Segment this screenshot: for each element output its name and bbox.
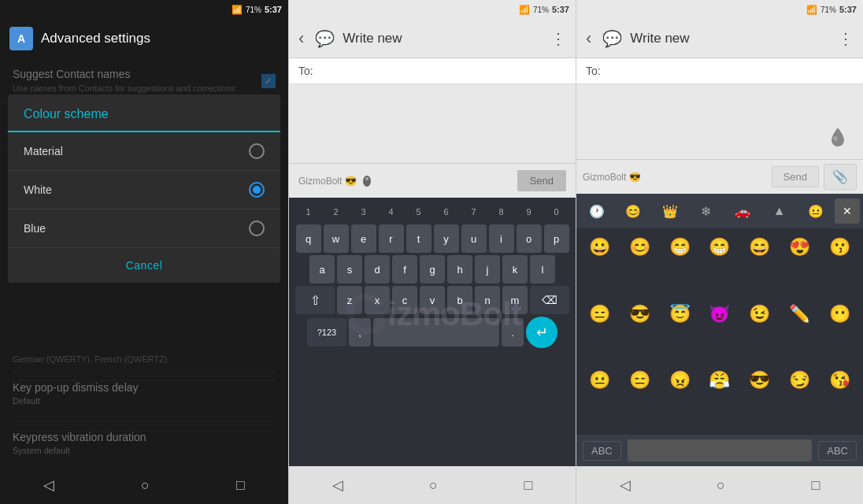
key-p[interactable]: p bbox=[544, 224, 569, 253]
key-k[interactable]: k bbox=[502, 255, 528, 284]
back-icon-3[interactable]: ‹ bbox=[583, 25, 594, 52]
message-area-3[interactable] bbox=[576, 84, 863, 159]
emoji-teeth[interactable]: 😁 bbox=[702, 233, 739, 261]
radio-white[interactable]: White bbox=[8, 171, 280, 209]
emoji-grinning[interactable]: 😀 bbox=[581, 233, 618, 261]
message-area-2[interactable] bbox=[289, 84, 576, 163]
emoji-pen[interactable]: ✏️ bbox=[781, 300, 818, 328]
radio-blue[interactable]: Blue bbox=[8, 209, 280, 248]
emoji-tab-symbols[interactable]: ▲ bbox=[761, 197, 796, 225]
attach-button[interactable]: 📎 bbox=[824, 164, 857, 190]
key-b[interactable]: b bbox=[447, 286, 472, 314]
emoji-rage[interactable]: 😤 bbox=[702, 366, 739, 395]
radio-blue-circle[interactable] bbox=[249, 220, 265, 236]
key-x[interactable]: x bbox=[365, 286, 390, 314]
key-shift[interactable]: ⇧ bbox=[295, 286, 335, 314]
emoji-unamused[interactable]: 😑 bbox=[581, 300, 618, 328]
key-n[interactable]: n bbox=[475, 286, 500, 314]
suggest-contacts-checkbox[interactable]: ✓ bbox=[261, 74, 276, 88]
key-z[interactable]: z bbox=[337, 286, 362, 314]
key-w[interactable]: w bbox=[324, 224, 349, 253]
emoji-tab-bar: 🕐 😊 👑 ❄ 🚗 ▲ 😐 ✕ bbox=[576, 194, 863, 228]
emoji-angry[interactable]: 😠 bbox=[661, 366, 698, 395]
emoji-neutral[interactable]: 😐 bbox=[581, 366, 618, 395]
emoji-smirk[interactable]: 😏 bbox=[781, 366, 818, 395]
key-e[interactable]: e bbox=[351, 224, 376, 253]
emoji-cool[interactable]: 😎 bbox=[621, 300, 658, 328]
home-button-2[interactable]: ○ bbox=[429, 477, 438, 494]
emoji-tab-transport[interactable]: 🚗 bbox=[725, 197, 760, 225]
time-2: 5:37 bbox=[552, 5, 569, 14]
key-t[interactable]: t bbox=[406, 224, 432, 253]
key-space[interactable] bbox=[373, 318, 499, 346]
key-j[interactable]: j bbox=[475, 255, 500, 284]
keyboard-qwerty: 1 2 3 4 5 6 7 8 9 0 q w e r t y u i o p … bbox=[289, 198, 576, 466]
emoji-hearts[interactable]: 😍 bbox=[781, 233, 818, 261]
cancel-button[interactable]: Cancel bbox=[8, 248, 280, 283]
emoji-wink[interactable]: 😉 bbox=[741, 300, 778, 328]
abc-right-button[interactable]: ABC bbox=[818, 441, 857, 461]
key-y[interactable]: y bbox=[434, 224, 459, 253]
radio-material-circle[interactable] bbox=[249, 143, 265, 159]
to-field[interactable]: To: bbox=[289, 58, 576, 84]
back-button-2[interactable]: ◁ bbox=[332, 476, 343, 494]
key-o[interactable]: o bbox=[517, 224, 542, 253]
key-m[interactable]: m bbox=[502, 286, 528, 314]
key-r[interactable]: r bbox=[379, 224, 404, 253]
emoji-tab-misc[interactable]: 😐 bbox=[798, 197, 833, 225]
signal-icon-3: 📶 bbox=[806, 5, 817, 15]
key-l[interactable]: l bbox=[530, 255, 555, 284]
emoji-laugh[interactable]: 😄 bbox=[741, 233, 778, 261]
key-u[interactable]: u bbox=[461, 224, 487, 253]
key-period[interactable]: . bbox=[502, 318, 524, 346]
emoji-tab-smileys[interactable]: 😊 bbox=[616, 197, 650, 225]
menu-icon-2[interactable]: ⋮ bbox=[547, 26, 569, 51]
key-s[interactable]: s bbox=[337, 255, 362, 284]
emoji-tab-nature[interactable]: ❄ bbox=[689, 197, 724, 225]
key-i[interactable]: i bbox=[489, 224, 514, 253]
key-123[interactable]: ?123 bbox=[307, 318, 346, 346]
key-g[interactable]: g bbox=[420, 255, 445, 284]
home-button-1[interactable]: ○ bbox=[141, 477, 150, 494]
emoji-kiss[interactable]: 😗 bbox=[821, 233, 858, 261]
abc-left-button[interactable]: ABC bbox=[583, 441, 621, 461]
emoji-halo[interactable]: 😇 bbox=[661, 300, 698, 328]
languages-label: German (QWERTY), French (QWERTZ) bbox=[13, 354, 276, 364]
nav-bar-1: ◁ ○ □ bbox=[0, 466, 288, 504]
bottom-settings-area: German (QWERTY), French (QWERTZ) Key pop… bbox=[0, 343, 288, 466]
back-button-1[interactable]: ◁ bbox=[43, 476, 54, 494]
emoji-smile[interactable]: 😊 bbox=[621, 233, 658, 261]
emoji-tab-recent[interactable]: 🕐 bbox=[580, 197, 614, 225]
key-comma[interactable]: , bbox=[349, 318, 371, 346]
recent-button-3[interactable]: □ bbox=[811, 477, 820, 494]
key-f[interactable]: f bbox=[392, 255, 417, 284]
emoji-sunglasses[interactable]: 😎 bbox=[741, 366, 778, 395]
menu-icon-3[interactable]: ⋮ bbox=[835, 26, 857, 51]
emoji-close-button[interactable]: ✕ bbox=[835, 198, 860, 224]
radio-material[interactable]: Material bbox=[8, 132, 280, 171]
home-button-3[interactable]: ○ bbox=[717, 477, 725, 494]
emoji-love-note[interactable]: 😘 bbox=[821, 366, 858, 395]
key-enter[interactable]: ↵ bbox=[526, 317, 557, 348]
back-button-3[interactable]: ◁ bbox=[620, 476, 631, 494]
key-d[interactable]: d bbox=[365, 255, 390, 284]
recent-button-2[interactable]: □ bbox=[524, 477, 532, 494]
radio-white-circle[interactable] bbox=[249, 182, 265, 198]
emoji-grin[interactable]: 😁 bbox=[661, 233, 698, 261]
back-icon-2[interactable]: ‹ bbox=[295, 25, 307, 52]
key-c[interactable]: c bbox=[392, 286, 417, 314]
emoji-expressionless[interactable]: 😑 bbox=[621, 366, 658, 395]
key-h[interactable]: h bbox=[447, 255, 472, 284]
status-bar-1: 📶 71% 5:37 bbox=[0, 0, 288, 19]
key-a[interactable]: a bbox=[309, 255, 335, 284]
to-field-3[interactable]: To: bbox=[576, 58, 863, 84]
emoji-tab-crown[interactable]: 👑 bbox=[653, 197, 687, 225]
emoji-devil[interactable]: 😈 bbox=[702, 300, 739, 328]
emoji-speechless[interactable]: 😶 bbox=[821, 300, 858, 328]
key-q[interactable]: q bbox=[296, 224, 321, 253]
key-v[interactable]: v bbox=[420, 286, 445, 314]
key-backspace[interactable]: ⌫ bbox=[530, 286, 569, 314]
send-button-3[interactable]: Send bbox=[772, 166, 819, 187]
send-button-2[interactable]: Send bbox=[517, 170, 566, 191]
recent-button-1[interactable]: □ bbox=[236, 477, 245, 494]
